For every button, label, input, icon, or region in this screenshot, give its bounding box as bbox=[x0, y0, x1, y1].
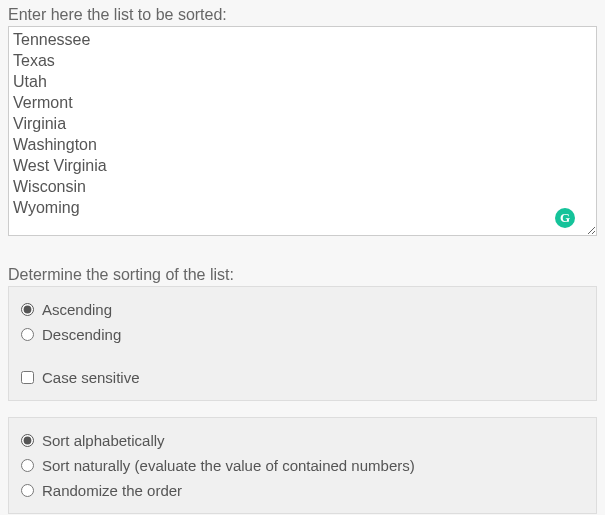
grammarly-icon[interactable]: G bbox=[555, 208, 575, 228]
sort-alpha-label: Sort alphabetically bbox=[42, 432, 165, 449]
descending-option[interactable]: Descending bbox=[21, 322, 584, 347]
case-sensitive-label: Case sensitive bbox=[42, 369, 140, 386]
ascending-radio[interactable] bbox=[21, 303, 34, 316]
randomize-option[interactable]: Randomize the order bbox=[21, 478, 584, 503]
order-panel: Ascending Descending Case sensitive bbox=[8, 286, 597, 401]
case-sensitive-option[interactable]: Case sensitive bbox=[21, 365, 584, 390]
method-panel: Sort alphabetically Sort naturally (eval… bbox=[8, 417, 597, 514]
descending-label: Descending bbox=[42, 326, 121, 343]
sort-alpha-radio[interactable] bbox=[21, 434, 34, 447]
randomize-label: Randomize the order bbox=[42, 482, 182, 499]
textarea-wrap: G bbox=[8, 26, 597, 240]
sort-label: Determine the sorting of the list: bbox=[8, 266, 597, 284]
sort-natural-label: Sort naturally (evaluate the value of co… bbox=[42, 457, 415, 474]
descending-radio[interactable] bbox=[21, 328, 34, 341]
ascending-option[interactable]: Ascending bbox=[21, 297, 584, 322]
sort-alpha-option[interactable]: Sort alphabetically bbox=[21, 428, 584, 453]
sort-natural-radio[interactable] bbox=[21, 459, 34, 472]
ascending-label: Ascending bbox=[42, 301, 112, 318]
case-sensitive-checkbox[interactable] bbox=[21, 371, 34, 384]
input-label: Enter here the list to be sorted: bbox=[8, 6, 597, 24]
spacer bbox=[8, 240, 597, 262]
list-input[interactable] bbox=[8, 26, 597, 236]
randomize-radio[interactable] bbox=[21, 484, 34, 497]
gap bbox=[21, 347, 584, 365]
sort-natural-option[interactable]: Sort naturally (evaluate the value of co… bbox=[21, 453, 584, 478]
